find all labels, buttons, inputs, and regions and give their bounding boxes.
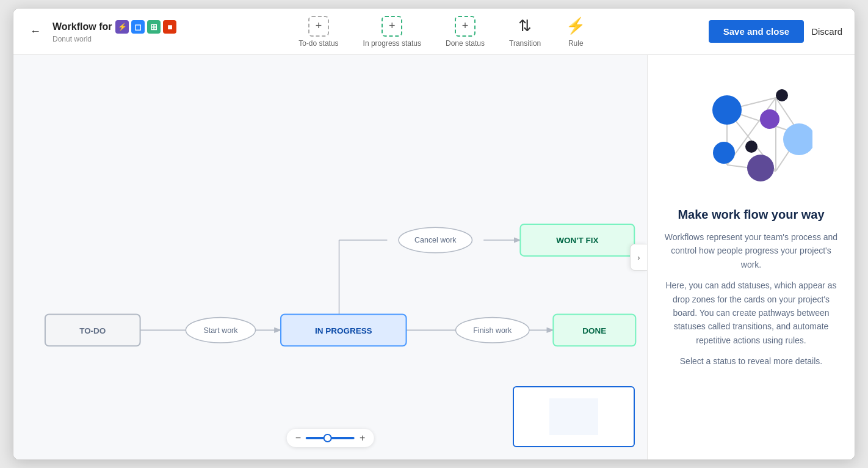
tab-transition[interactable]: ⇅ Transition [509, 16, 541, 48]
zoom-slider-thumb [324, 434, 332, 442]
todo-label: TO-DO [79, 326, 106, 335]
panel-description-3: Select a status to reveal more details. [680, 354, 822, 368]
app-window: ← Workflow for ⚡ ◻ ⊞ ■ Donut world + To-… [13, 8, 855, 460]
tab-done-label: Done status [446, 39, 485, 48]
tab-todo-icon-btn[interactable]: + [308, 16, 329, 37]
tab-transition-icon-btn[interactable]: ⇅ [515, 16, 535, 37]
tab-in-progress-status[interactable]: + In progress status [363, 16, 421, 48]
wont-fix-label: WON'T FIX [556, 236, 598, 245]
tab-rule-icon-btn[interactable]: ⚡ [565, 16, 586, 37]
cancel-work-label: Cancel work [414, 236, 457, 244]
svg-point-16 [712, 95, 742, 125]
header: ← Workflow for ⚡ ◻ ⊞ ■ Donut world + To-… [13, 9, 855, 55]
tab-todo-status[interactable]: + To-do status [298, 16, 338, 48]
minimap-viewport [549, 398, 598, 435]
wf-icon-4: ■ [163, 20, 176, 34]
save-close-button[interactable]: Save and close [709, 20, 804, 43]
svg-point-21 [747, 155, 774, 181]
header-actions: Save and close Discard [708, 20, 842, 43]
tab-in-progress-label: In progress status [363, 39, 421, 48]
zoom-out-button[interactable]: − [295, 433, 301, 444]
toolbar-tabs: + To-do status + In progress status + Do… [176, 16, 708, 48]
panel-title: Make work flow your way [678, 208, 824, 222]
in-progress-label: IN PROGRESS [315, 326, 372, 335]
workflow-title-block: Workflow for ⚡ ◻ ⊞ ■ Donut world [52, 20, 176, 43]
workflow-title-text: Workflow for [52, 21, 112, 32]
graph-illustration [690, 73, 812, 196]
tab-rule-label: Rule [568, 39, 584, 48]
panel-description-1: Workflows represent your team's process … [662, 230, 840, 271]
header-left: ← Workflow for ⚡ ◻ ⊞ ■ Donut world [26, 20, 176, 43]
discard-button[interactable]: Discard [811, 26, 842, 37]
tab-in-progress-icon-btn[interactable]: + [382, 16, 402, 37]
tab-rule[interactable]: ⚡ Rule [565, 16, 586, 48]
svg-point-20 [713, 142, 735, 164]
wf-icon-1: ⚡ [115, 20, 129, 34]
right-panel: Make work flow your way Workflows repres… [647, 55, 855, 459]
wf-icon-2: ◻ [131, 20, 145, 34]
svg-point-22 [783, 123, 812, 155]
workflow-subtitle: Donut world [52, 35, 176, 43]
back-button[interactable]: ← [26, 22, 45, 42]
done-label: DONE [582, 326, 606, 335]
svg-point-18 [760, 109, 779, 129]
finish-work-label: Finish work [473, 326, 512, 335]
minimap [513, 386, 635, 447]
workflow-icons: ⚡ ◻ ⊞ ■ [115, 20, 176, 34]
canvas-area[interactable]: TO-DO Start work IN PROGRESS Finish work… [13, 55, 647, 459]
svg-point-17 [776, 89, 788, 101]
workflow-title: Workflow for ⚡ ◻ ⊞ ■ [52, 20, 176, 34]
start-work-label: Start work [203, 326, 238, 335]
zoom-in-button[interactable]: + [360, 433, 365, 444]
expand-panel-button[interactable]: › [630, 244, 647, 271]
panel-description-2: Here, you can add statuses, which appear… [662, 279, 840, 347]
main-content: TO-DO Start work IN PROGRESS Finish work… [13, 55, 855, 459]
tab-transition-label: Transition [509, 39, 541, 48]
zoom-controls: − + [287, 429, 374, 447]
tab-done-status[interactable]: + Done status [446, 16, 485, 48]
tab-done-icon-btn[interactable]: + [455, 16, 476, 37]
svg-point-19 [745, 141, 758, 153]
tab-todo-label: To-do status [298, 39, 338, 48]
zoom-slider[interactable] [306, 437, 355, 439]
wf-icon-3: ⊞ [147, 20, 161, 34]
